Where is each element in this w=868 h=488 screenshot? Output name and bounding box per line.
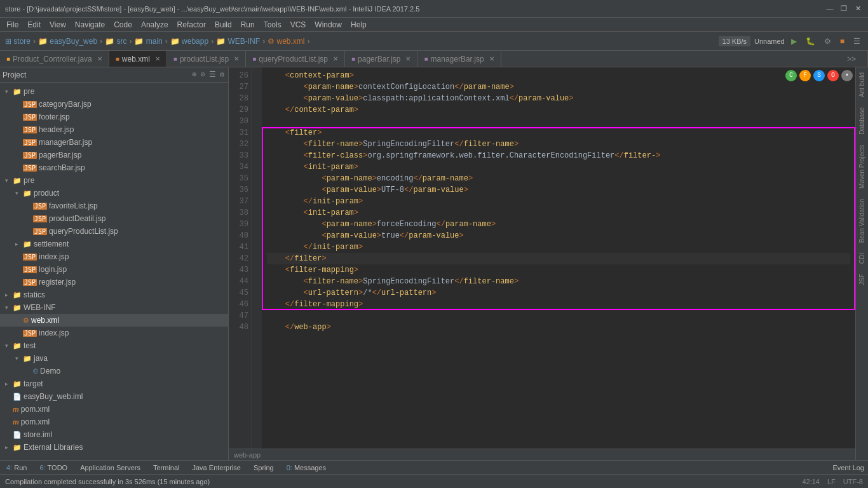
menu-item-build[interactable]: Build <box>211 19 236 30</box>
stop-button[interactable]: ■ <box>837 36 847 47</box>
close-button[interactable]: ✕ <box>853 4 863 14</box>
right-panel-maven_projects[interactable]: Maven Projects <box>857 140 867 194</box>
tree-item-categoryBar_jsp[interactable]: JSPcategoryBar.jsp <box>0 98 228 111</box>
tab-close-btn[interactable]: ✕ <box>489 55 494 62</box>
tree-item-easyBuy_web_iml[interactable]: 📄easyBuy_web.iml <box>0 390 228 403</box>
tree-item-External_Libraries[interactable]: ▸📁External Libraries <box>0 441 228 454</box>
tab-pagerBar_jsp[interactable]: ■pagerBar.jsp✕ <box>345 51 417 67</box>
right-panel-ant_build[interactable]: Ant build <box>857 67 867 102</box>
bottom-tab-terminal[interactable]: Terminal <box>151 464 182 471</box>
run-button[interactable]: ▶ <box>789 36 799 47</box>
breadcrumb-webapp[interactable]: 📁 webapp <box>170 37 208 46</box>
tree-item-productDeatil_jsp[interactable]: JSPproductDeatil.jsp <box>0 212 228 225</box>
breadcrumb-webxml[interactable]: ⚙ web.xml <box>268 37 304 46</box>
tree-arrow[interactable]: ▸ <box>5 444 11 451</box>
tree-arrow[interactable]: ▸ <box>5 292 11 298</box>
tree-item-pre[interactable]: ▾📁pre <box>0 174 228 187</box>
settings-button[interactable]: ☰ <box>851 36 863 47</box>
tree-item-footer_jsp[interactable]: JSPfooter.jsp <box>0 111 228 123</box>
tree-arrow[interactable]: ▸ <box>5 381 11 387</box>
tree-arrow[interactable]: ▾ <box>5 342 11 349</box>
right-panel-database[interactable]: Database <box>857 102 867 140</box>
minimize-button[interactable]: — <box>825 4 835 14</box>
bottom-tab-spring[interactable]: Spring <box>251 464 276 471</box>
breadcrumb-main[interactable]: 📁 main <box>134 37 162 46</box>
panel-icon-3[interactable]: ☰ <box>208 70 217 79</box>
tree-item-WEB_INF[interactable]: ▾📁WEB-INF <box>0 301 228 314</box>
bottom-tab-application_servers[interactable]: Application Servers <box>78 464 143 471</box>
menu-item-help[interactable]: Help <box>347 19 370 30</box>
firefox-icon[interactable]: F <box>799 70 811 81</box>
panel-icon-1[interactable]: ⊕ <box>191 70 198 79</box>
tree-item-java[interactable]: ▾📁java <box>0 352 228 365</box>
menu-item-navigate[interactable]: Navigate <box>71 19 109 30</box>
menu-item-file[interactable]: File <box>3 19 22 30</box>
panel-icon-4[interactable]: ⚙ <box>219 70 226 79</box>
right-panel-bean_validation[interactable]: Bean Validation <box>857 194 867 248</box>
breadcrumb-src[interactable]: 📁 src <box>105 37 126 46</box>
tab-Product_Controller_java[interactable]: ■Product_Controller.java✕ <box>0 51 109 67</box>
menu-item-window[interactable]: Window <box>311 19 346 30</box>
tree-arrow[interactable]: ▾ <box>15 355 22 362</box>
tree-item-pom_xml[interactable]: mpom.xml <box>0 416 228 428</box>
right-panel-cdi[interactable]: CDI <box>857 248 867 269</box>
breadcrumb-store[interactable]: ⊞ store <box>5 37 31 46</box>
tree-item-index_jsp[interactable]: JSPindex.jsp <box>0 327 228 339</box>
tree-item-test[interactable]: ▾📁test <box>0 339 228 352</box>
breadcrumb-webinf[interactable]: 📁 WEB-INF <box>216 37 260 46</box>
right-panel-jsf[interactable]: JSF <box>857 269 867 290</box>
bottom-tab-run[interactable]: 4: Run <box>4 464 29 471</box>
tab-managerBar_jsp[interactable]: ■managerBar.jsp✕ <box>417 51 501 67</box>
tab-close-btn[interactable]: ✕ <box>333 55 338 62</box>
event-log-button[interactable]: Event Log <box>832 464 864 471</box>
tree-arrow[interactable]: ▾ <box>5 88 11 95</box>
tree-item-favoriteList_jsp[interactable]: JSPfavoriteList.jsp <box>0 200 228 212</box>
tree-item-login_jsp[interactable]: JSPlogin.jsp <box>0 263 228 276</box>
browser-icon-other[interactable]: • <box>841 70 853 81</box>
tab-close-btn[interactable]: ✕ <box>234 55 239 62</box>
maximize-button[interactable]: ❐ <box>839 4 849 14</box>
tree-item-searchBar_jsp[interactable]: JSPsearchBar.jsp <box>0 161 228 174</box>
tree-item-pre[interactable]: ▾📁pre <box>0 85 228 98</box>
tree-arrow[interactable]: ▾ <box>15 190 22 196</box>
bottom-tab-todo[interactable]: 6: TODO <box>37 464 70 471</box>
tree-item-store_iml[interactable]: 📄store.iml <box>0 428 228 441</box>
menu-item-code[interactable]: Code <box>110 19 136 30</box>
tree-item-target[interactable]: ▸📁target <box>0 377 228 390</box>
bottom-tab-java_enterprise[interactable]: Java Enterprise <box>190 464 243 471</box>
bottom-tab-messages[interactable]: 0: Messages <box>284 464 329 471</box>
menu-item-analyze[interactable]: Analyze <box>137 19 172 30</box>
menu-item-refactor[interactable]: Refactor <box>173 19 210 30</box>
tab-queryProductList_jsp[interactable]: ■queryProductList.jsp✕ <box>246 51 345 67</box>
panel-icon-2[interactable]: ⊘ <box>200 70 207 79</box>
tab-more-btn[interactable]: >> <box>847 55 861 64</box>
tab-close-btn[interactable]: ✕ <box>405 55 410 62</box>
debug-button[interactable]: 🐛 <box>803 36 818 47</box>
tree-item-register_jsp[interactable]: JSPregister.jsp <box>0 276 228 288</box>
tree-item-product[interactable]: ▾📁product <box>0 187 228 200</box>
menu-item-view[interactable]: View <box>46 19 70 30</box>
tab-productList_jsp[interactable]: ■productList.jsp✕ <box>167 51 246 67</box>
tree-item-index_jsp[interactable]: JSPindex.jsp <box>0 250 228 263</box>
menu-item-edit[interactable]: Edit <box>24 19 44 30</box>
breadcrumb-easybuy[interactable]: 📁 easyBuy_web <box>38 37 97 46</box>
tree-item-web_xml[interactable]: ⚙web.xml <box>0 314 228 327</box>
chrome-icon[interactable]: C <box>785 70 797 81</box>
tree-item-pagerBar_jsp[interactable]: JSPpagerBar.jsp <box>0 149 228 161</box>
tree-item-managerBar_jsp[interactable]: JSPmanagerBar.jsp <box>0 136 228 149</box>
tab-close-btn[interactable]: ✕ <box>155 55 160 62</box>
menu-item-run[interactable]: Run <box>237 19 259 30</box>
tree-item-settlement[interactable]: ▸📁settlement <box>0 238 228 250</box>
tree-arrow[interactable]: ▸ <box>15 241 22 247</box>
tree-item-Demo[interactable]: ©Demo <box>0 365 228 377</box>
cursor-position[interactable]: 42:14 <box>802 478 820 485</box>
tab-web_xml[interactable]: ■web.xml✕ <box>109 51 167 67</box>
encoding[interactable]: UTF-8 <box>843 478 863 485</box>
tree-arrow[interactable]: ▾ <box>5 177 11 184</box>
tree-item-pom_xml[interactable]: mpom.xml <box>0 403 228 416</box>
line-ending[interactable]: LF <box>827 478 836 485</box>
tree-item-queryProductList_jsp[interactable]: JSPqueryProductList.jsp <box>0 225 228 238</box>
tab-close-btn[interactable]: ✕ <box>97 55 102 62</box>
menu-item-tools[interactable]: Tools <box>260 19 285 30</box>
tree-arrow[interactable]: ▾ <box>5 304 11 311</box>
